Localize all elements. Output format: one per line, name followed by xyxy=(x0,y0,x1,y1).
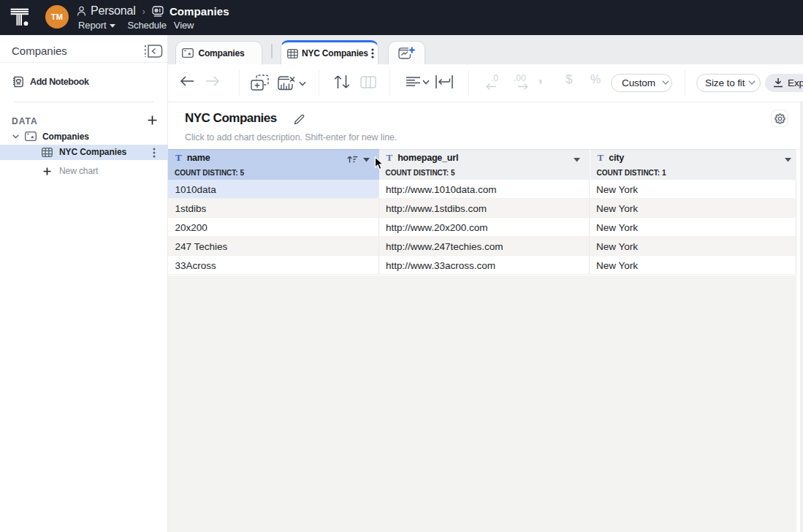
svg-text:.0: .0 xyxy=(491,74,498,83)
svg-text:.00: .00 xyxy=(514,74,526,83)
